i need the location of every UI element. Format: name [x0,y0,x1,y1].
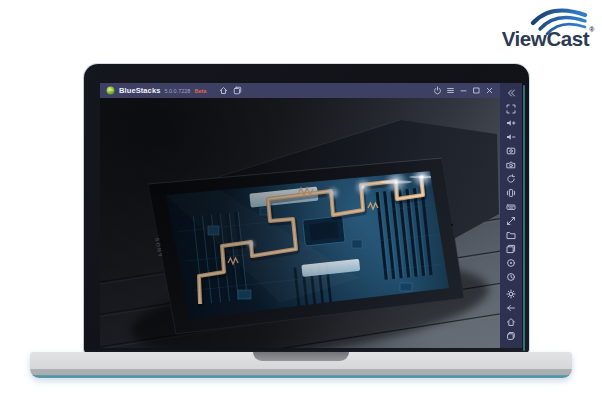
menu-icon[interactable] [445,85,455,96]
rotate-screen-icon[interactable] [504,172,518,185]
sidebar-toolbar [500,83,522,348]
sidebar-tools [504,102,518,283]
power-icon[interactable] [432,85,442,96]
sidebar-nav [504,287,518,342]
close-icon[interactable] [484,85,494,96]
camera-icon[interactable] [504,158,518,171]
volume-up-icon[interactable] [504,116,518,129]
shake-icon[interactable] [504,186,518,199]
titlebar: BlueStacks 5.0.0.7228 Beta [100,83,500,98]
back-icon[interactable] [504,301,518,314]
collapse-sidebar-icon[interactable] [504,86,518,99]
app-title: BlueStacks [119,86,160,95]
viewcast-logo: ViewCast® [482,5,594,53]
laptop-base [30,352,572,378]
fullscreen-icon[interactable] [504,102,518,115]
android-home-icon[interactable] [504,315,518,328]
settings-icon[interactable] [504,287,518,300]
macros-icon[interactable] [504,256,518,269]
registered-mark: ® [589,26,594,33]
maximize-icon[interactable] [471,85,481,96]
screen-edge-accent [523,85,525,351]
brand-name: ViewCast® [502,27,594,51]
resize-icon[interactable] [504,214,518,227]
laptop-notch [253,352,349,361]
page: ViewCast® BlueStacks [0,0,602,414]
volume-down-icon[interactable] [504,130,518,143]
rewind-icon[interactable] [504,270,518,283]
app-tabs-icon[interactable] [232,85,242,96]
media-manager-icon[interactable] [504,228,518,241]
screen-photo: SONY [100,98,500,348]
minimize-icon[interactable] [458,85,468,96]
window-controls [432,85,494,96]
bluestacks-logo-icon [105,85,115,96]
game-controls-icon[interactable] [504,200,518,213]
bluestacks-window: BlueStacks 5.0.0.7228 Beta [100,83,522,348]
multi-instance-icon[interactable] [504,242,518,255]
version-label: 5.0.0.7228 [164,88,190,94]
emulator-screen[interactable]: SONY [100,98,500,348]
screenshot-icon[interactable] [504,144,518,157]
home-icon[interactable] [218,85,228,96]
tablet-camera-dot [451,224,453,226]
beta-badge: Beta [194,88,206,94]
recent-apps-icon[interactable] [504,329,518,342]
laptop-screen-bezel: BlueStacks 5.0.0.7228 Beta [84,64,529,353]
